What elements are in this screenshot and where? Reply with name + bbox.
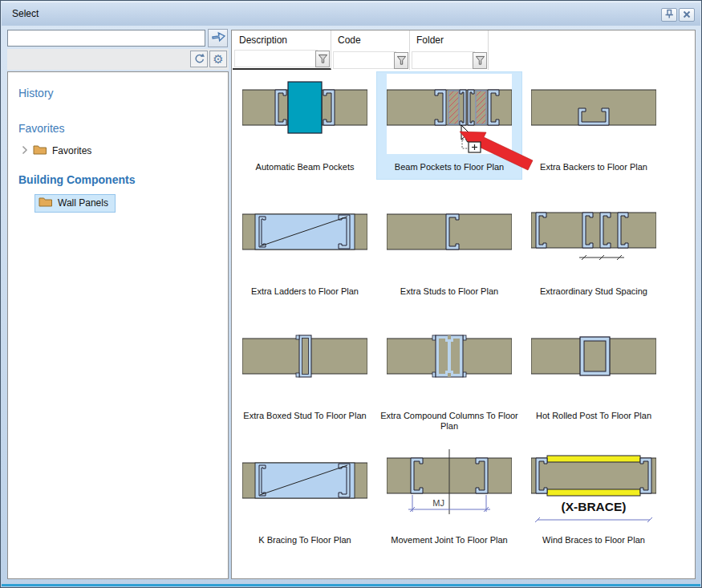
component-thumbnail [531,198,656,278]
component-item[interactable]: Extra Backers to Floor Plan [521,72,666,179]
component-caption: Automatic Beam Pockets [234,162,375,172]
component-item[interactable]: Extra Compound Columns To Floor Plan [377,321,521,428]
component-item[interactable]: Extra Boxed Stud To Floor Plan [233,321,377,428]
component-thumbnail [242,74,367,154]
svg-text:MJ: MJ [432,498,444,508]
component-caption: Extra Backers to Floor Plan [523,162,664,172]
component-caption: Movement Joint To Floor Plan [379,535,520,545]
component-thumbnail [242,198,367,278]
close-button[interactable] [679,8,695,22]
gear-icon: ⚙ [213,53,223,65]
component-caption: Extra Ladders to Floor Plan [234,286,375,297]
component-item[interactable]: MJMovement Joint To Floor Plan [377,445,521,552]
search-input[interactable] [7,30,205,47]
sidebar-item-favorites[interactable]: Favorites [18,122,65,135]
tree-item-label: Wall Panels [58,197,108,209]
sidebar-item-history[interactable]: History [18,87,54,99]
component-item[interactable]: K Bracing To Floor Plan [233,445,377,552]
sidebar-toolstrip: ⚙ [7,49,229,70]
component-item[interactable]: (X-BRACE)Wind Braces to Floor Plan [521,445,666,552]
component-caption: Extra Boxed Stud To Floor Plan [234,411,375,421]
component-thumbnail [387,74,512,154]
folder-icon [39,197,53,209]
svg-text:(X-BRACE): (X-BRACE) [562,500,627,513]
folder-icon [33,144,47,157]
window-bottom-edge [2,584,700,586]
component-item[interactable]: Automatic Beam Pockets [233,72,377,179]
component-tree: History Favorites Favorites Building Com… [7,71,229,579]
component-item[interactable]: Beam Pockets to Floor Plan [377,72,521,179]
component-thumbnail [242,447,367,527]
component-item[interactable]: Extra Studs to Floor Plan [377,197,521,303]
component-caption: Wind Braces to Floor Plan [523,535,664,545]
component-caption: Extra Compound Columns To Floor Plan [379,411,520,432]
component-caption: Extraordinary Stud Spacing [523,286,664,297]
component-item[interactable]: Hot Rolled Post To Floor Plan [521,321,666,428]
component-item[interactable]: Extra Ladders to Floor Plan [233,197,377,303]
component-thumbnail [242,322,367,403]
refresh-button[interactable] [190,51,208,67]
component-list-panel: DescriptionCodeFolder Automatic Beam Poc… [231,30,696,579]
component-thumbnail [531,74,656,154]
component-thumbnail: (X-BRACE) [531,447,656,527]
pin-icon [663,8,675,22]
component-thumbnail [531,322,656,403]
title-bar[interactable]: Select [2,2,700,26]
search-go-button[interactable] [208,29,228,47]
tree-item-wall-panels[interactable]: Wall Panels [34,194,116,213]
close-icon [682,8,692,22]
tree-item-favorites[interactable]: Favorites [22,144,91,157]
select-dialog: Select [0,0,702,588]
tree-item-label: Favorites [52,145,91,156]
pin-button[interactable] [661,8,677,22]
component-thumbnail [387,322,512,403]
component-caption: K Bracing To Floor Plan [234,535,375,545]
component-grid: Automatic Beam PocketsBeam Pockets to Fl… [232,30,695,578]
chevron-right-icon[interactable] [22,145,28,157]
component-item[interactable]: Extraordinary Stud Spacing [521,197,666,303]
settings-button[interactable]: ⚙ [209,51,227,67]
arrow-right-icon [210,30,226,47]
component-caption: Beam Pockets to Floor Plan [379,162,520,172]
refresh-icon [193,51,205,67]
sidebar-item-building-components[interactable]: Building Components [18,173,135,186]
component-caption: Hot Rolled Post To Floor Plan [523,411,664,421]
component-caption: Extra Studs to Floor Plan [379,286,520,297]
component-thumbnail [387,198,512,278]
component-thumbnail: MJ [387,447,512,527]
page-title: Select [12,8,39,19]
